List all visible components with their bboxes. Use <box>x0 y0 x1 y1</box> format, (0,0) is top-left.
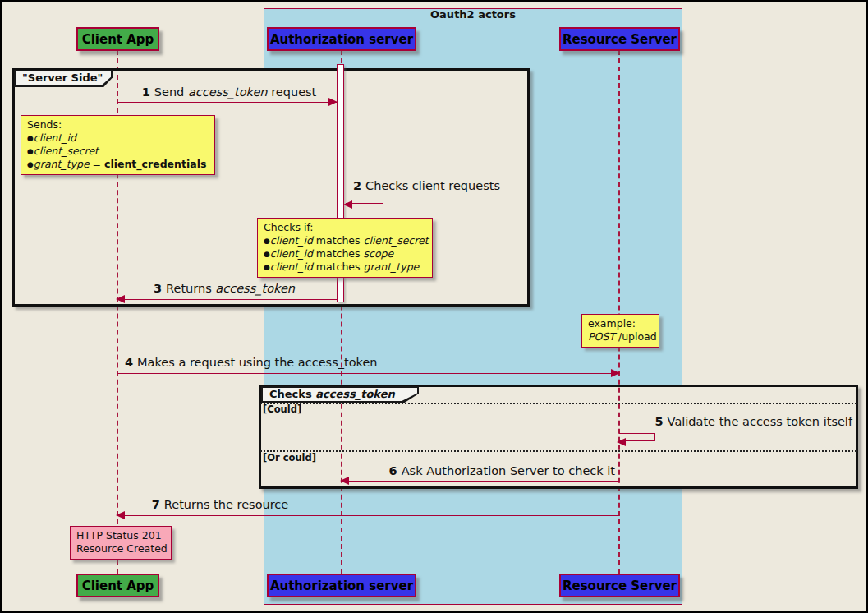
sequence-diagram: Oauth2 actors "Server Side" Checks acces… <box>0 0 868 613</box>
note-example: example: POST /upload <box>581 314 659 348</box>
participant-resource-server-top: Resource Server <box>559 27 680 51</box>
participant-authorization-server-top: Authorization server <box>267 27 416 51</box>
note-sends-title: Sends: <box>27 118 208 131</box>
alt-section-divider <box>260 450 857 452</box>
note-http-status: HTTP Status 201 Resource Created <box>70 526 172 560</box>
note-checks-title: Checks if: <box>264 221 425 234</box>
note-http-status-line1: HTTP Status 201 <box>76 529 164 542</box>
server-side-frame-tab: "Server Side" <box>14 70 113 87</box>
message-6-label: 6Ask Authorization Server to check it <box>356 464 615 477</box>
participant-client-app-bottom: Client App <box>76 574 159 597</box>
message-1-label: 1Send access_token request <box>126 85 333 99</box>
note-http-status-line2: Resource Created <box>76 542 164 555</box>
participant-authorization-server-bottom: Authorization server <box>267 574 416 597</box>
alt-guard-or-could: [Or could] <box>263 452 316 463</box>
message-4-arrow <box>117 373 619 374</box>
alt-guard-could: [Could] <box>263 403 301 415</box>
message-7-label: 7Returns the resource <box>126 498 315 511</box>
message-5-self-arrow <box>619 433 655 441</box>
message-7-arrow <box>117 515 619 516</box>
message-2-self-arrow <box>346 196 383 204</box>
message-3-label: 3Returns access_token <box>122 282 327 295</box>
message-1-arrow <box>117 102 337 103</box>
note-sends: Sends: ●client_id ●client_secret ●grant_… <box>21 115 215 175</box>
alt-frame-label: Checks access_token <box>261 386 411 403</box>
message-2-label: 2Checks client requests <box>353 179 500 192</box>
note-checks: Checks if: ●client_id matches client_sec… <box>257 218 433 278</box>
lifeline-resource-server <box>618 50 620 574</box>
alt-frame-tab: Checks access_token <box>261 386 419 403</box>
note-example-line1: example: <box>588 317 652 330</box>
message-3-arrow <box>117 299 337 300</box>
participant-resource-server-bottom: Resource Server <box>559 574 680 597</box>
server-side-frame-label: "Server Side" <box>14 70 104 87</box>
message-6-arrow <box>341 481 619 482</box>
message-5-label: 5Validate the access token itself <box>624 415 852 428</box>
alt-header-separator <box>260 403 857 404</box>
participant-client-app-top: Client App <box>76 27 159 51</box>
oauth2-actors-title: Oauth2 actors <box>264 8 682 21</box>
message-4-label: 4Makes a request using the access_token <box>125 356 378 369</box>
